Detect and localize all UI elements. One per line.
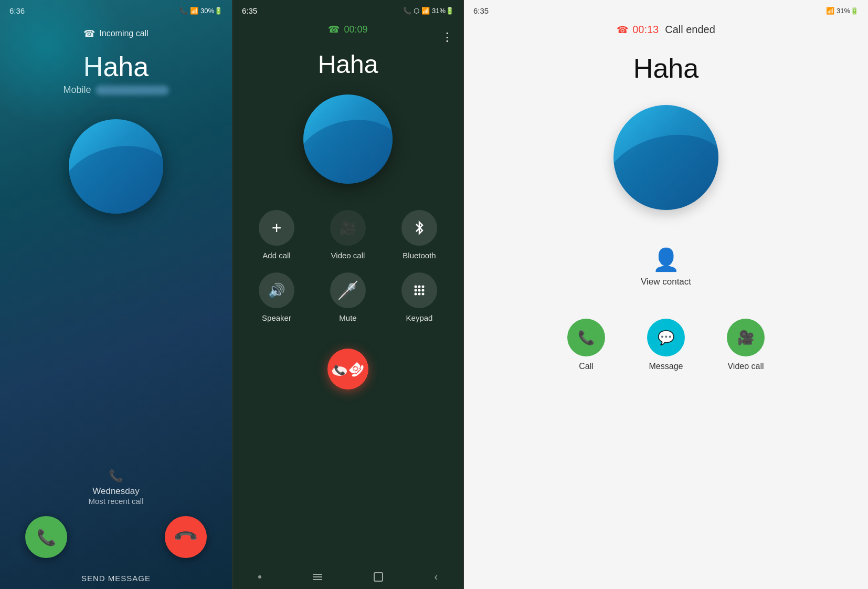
screen-active-call: 6:35 📞 ⬡ 📶 31%🔋 ☎ 00:09 ⋮ Haha + Add cal… [232,0,464,589]
caller-name-s3: Haha [633,52,698,84]
message-label: Message [649,362,683,371]
time-s2: 6:35 [242,6,257,15]
status-bar-s2: 6:35 📞 ⬡ 📶 31%🔋 [232,0,463,18]
svg-point-0 [415,286,417,288]
plus-icon: + [272,218,282,238]
caller-name-s1: Haha [83,51,149,82]
call-timer: ☎ 00:09 [328,24,367,35]
video-call-again-label: Video call [727,362,764,371]
nav-dot [258,575,261,579]
decline-phone-icon: 📞 [173,524,199,551]
message-icon: 💬 [658,330,674,346]
keypad-icon-circle [401,272,437,308]
speaker-icon: 🔊 [268,282,285,299]
svg-point-1 [418,286,421,288]
call-ended-row: ☎ 00:13 Call ended [617,24,715,36]
svg-point-8 [422,293,425,296]
add-call-icon-circle: + [259,210,294,246]
end-call-button[interactable]: 📞 ☎ [327,349,368,390]
bluetooth-button[interactable]: ✗ Bluetooth [388,210,451,260]
avatar-s2 [303,94,393,184]
svg-point-6 [415,293,417,296]
screen-incoming-call: 6:36 📞 📶 30%🔋 ☎ Incoming call Haha Mobil… [0,0,232,589]
video-call-icon-circle: 🎥 [330,210,366,246]
keypad-label: Keypad [406,313,433,322]
video-call-button[interactable]: 🎥 Video call [316,210,379,260]
battery-s1: 30%🔋 [200,7,223,15]
battery-s3: 31%🔋 [837,7,859,15]
svg-point-4 [418,289,421,292]
incoming-call-label: ☎ Incoming call [83,28,148,39]
nav-bar-s2: ‹ [232,561,463,589]
call-active-phone-icon: ☎ [328,24,340,35]
status-bar-s1: 6:36 📞 📶 30%🔋 [0,0,232,18]
share-icon-s2: ⬡ [414,7,419,15]
mute-button[interactable]: 🎤 Mute [316,272,379,322]
phone-number-blur [96,86,169,95]
time-s1: 6:36 [9,6,25,15]
send-message-bar[interactable]: SEND MESSAGE [0,574,232,589]
signal-s2: 📶 [421,7,430,15]
call-again-icon-circle: 📞 [567,319,605,356]
more-options-button[interactable]: ⋮ [441,30,453,44]
view-contact-label: View contact [641,277,691,287]
status-icons-s1: 📞 📶 30%🔋 [179,7,223,15]
bluetooth-icon-circle: ✗ [401,210,437,246]
call-again-label: Call [579,362,594,371]
status-icons-s2: 📞 ⬡ 📶 31%🔋 [403,7,454,15]
nav-home-icon[interactable] [374,572,383,582]
end-phone-icon: ☎ [345,357,368,381]
screen-call-ended: 6:35 📶 31%🔋 ☎ 00:13 Call ended Haha 👤 Vi… [464,0,868,589]
mute-icon-circle: 🎤 [330,272,366,308]
accept-phone-icon: 📞 [37,528,56,546]
message-icon-circle: 💬 [647,319,685,356]
speaker-label: Speaker [262,313,291,322]
bottom-actions-s3: 📞 Call 💬 Message 🎥 Video call [567,319,765,371]
svg-point-7 [418,293,421,296]
person-icon: 👤 [652,247,680,272]
phone-icon-s2: 📞 [403,7,411,15]
recent-call-day: Wednesday [92,486,139,497]
mute-label: Mute [339,313,356,322]
bluetooth-svg-icon [413,220,426,236]
add-call-label: Add call [262,251,290,260]
phone-curved-icon: ☎ [83,28,95,39]
nav-back-icon[interactable]: ‹ [434,571,438,583]
keypad-svg-icon [412,283,427,298]
recent-call-info: 📞 Wednesday Most recent call [88,469,143,506]
avatar-s1 [69,119,163,214]
svg-point-5 [422,289,425,292]
timer-value: 00:09 [344,24,367,35]
battery-s2: 31%🔋 [432,7,454,15]
call-actions-s1: 📞 📞 [0,516,232,558]
call-again-button[interactable]: 📞 Call [567,319,605,371]
call-ended-label: Call ended [665,24,715,36]
svg-text:📞: 📞 [334,364,346,376]
keypad-button[interactable]: Keypad [388,272,451,322]
speaker-icon-circle: 🔊 [259,272,294,308]
view-contact-button[interactable]: 👤 View contact [641,247,691,287]
svg-point-2 [422,286,425,288]
signal-s3: 📶 [826,7,834,15]
call-controls-grid: + Add call 🎥 Video call ✗ Bluetooth 🔊 [232,210,463,322]
time-s3: 6:35 [473,6,489,15]
caller-name-s2: Haha [318,50,378,79]
svg-point-3 [415,289,417,292]
video-call-again-button[interactable]: 🎥 Video call [727,319,765,371]
recent-call-phone-icon: 📞 [109,469,123,483]
status-bar-s3: 6:35 📶 31%🔋 [464,0,868,18]
status-icons-s3: 📶 31%🔋 [826,7,859,15]
call-again-phone-icon: 📞 [578,330,595,346]
end-phone-icon-s3: ☎ [617,24,628,36]
video-icon: 🎥 [340,220,356,236]
add-call-button[interactable]: + Add call [245,210,308,260]
ended-timer-value: 00:13 [632,24,659,36]
speaker-button[interactable]: 🔊 Speaker [245,272,308,322]
phone-signal-icon-s1: 📞 [179,7,188,15]
message-button[interactable]: 💬 Message [647,319,685,371]
nav-recent-apps-icon[interactable] [313,574,322,580]
recent-call-label: Most recent call [88,497,143,506]
signal-icon-s1: 📶 [190,7,198,15]
accept-call-button[interactable]: 📞 [25,516,67,558]
decline-call-button[interactable]: 📞 [165,516,207,558]
